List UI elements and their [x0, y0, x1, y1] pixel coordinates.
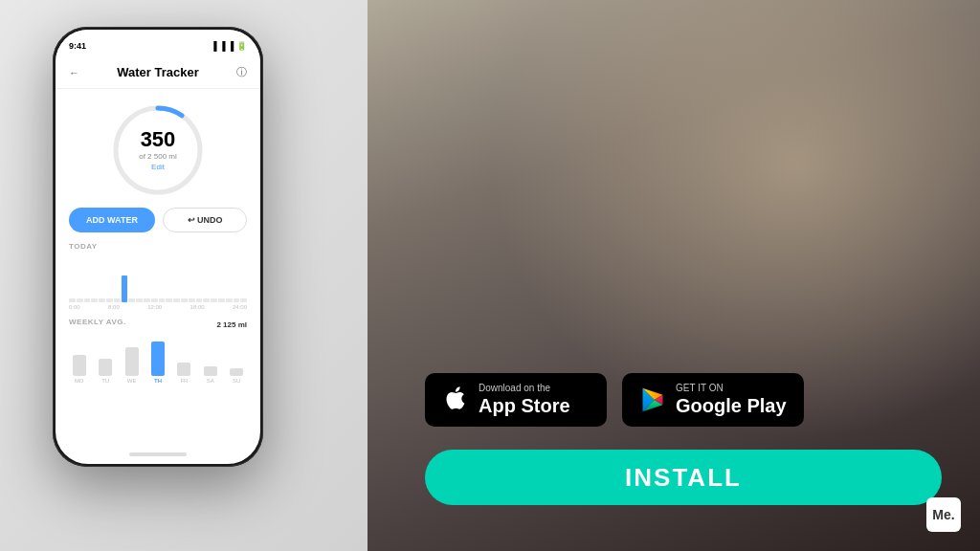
- bar-3: [91, 298, 98, 302]
- bar-0: [69, 298, 76, 302]
- time-8: 8:00: [108, 304, 120, 310]
- time-18: 18:00: [190, 304, 205, 310]
- water-amount: 350: [139, 129, 177, 150]
- app-store-button[interactable]: Download on the App Store: [425, 373, 607, 427]
- phone-time: 9:41: [69, 41, 86, 51]
- water-circle-text: 350 of 2 500 ml Edit: [139, 129, 177, 171]
- phone-info-button[interactable]: ⓘ: [236, 65, 247, 79]
- weekly-bar-tu: TU: [95, 359, 115, 384]
- bar-8: [128, 298, 135, 302]
- bar-17: [196, 298, 203, 302]
- bar-9: [136, 298, 143, 302]
- today-chart: [69, 256, 247, 302]
- me-logo: Me.: [926, 497, 961, 532]
- bar-22: [234, 298, 240, 302]
- today-label: TODAY: [69, 242, 247, 251]
- bar-1: [77, 298, 83, 302]
- phone-action-buttons: ADD WATER ↩ UNDO: [56, 208, 260, 242]
- google-play-text-main: Google Play: [676, 394, 787, 417]
- bar-fr: [177, 363, 190, 376]
- water-circle: 350 of 2 500 ml Edit: [110, 102, 206, 198]
- bar-19: [211, 298, 217, 302]
- phone-mockup: 9:41 ▐ ▐ ▐ 🔋 ← Water Tracker ⓘ 350: [53, 27, 263, 467]
- bar-13: [166, 298, 172, 302]
- app-store-text-top: Download on the: [479, 383, 570, 394]
- google-play-text-top: GET IT ON: [676, 383, 787, 394]
- time-labels: 0:00 8:00 12:00 18:00 24:00: [69, 304, 247, 310]
- bar-sa: [204, 366, 217, 376]
- weekly-bar-we: WE: [122, 347, 142, 384]
- weekly-bar-mo: MO: [69, 355, 89, 384]
- google-play-button[interactable]: GET IT ON Google Play: [622, 373, 804, 427]
- weekly-chart-section: WEEKLY AVG. 2 125 ml MO TU WE: [56, 318, 260, 391]
- bar-2: [84, 298, 91, 302]
- home-indicator: [129, 452, 187, 456]
- water-circle-container: 350 of 2 500 ml Edit: [56, 89, 260, 208]
- bar-th: [151, 342, 165, 376]
- phone-signals: ▐ ▐ ▐ 🔋: [211, 41, 247, 51]
- right-content: Download on the App Store: [368, 0, 980, 551]
- bar-23: [240, 298, 247, 302]
- today-chart-section: TODAY: [56, 242, 260, 318]
- water-total: of 2 500 ml: [139, 152, 177, 161]
- weekly-label: WEEKLY AVG.: [69, 318, 126, 326]
- app-store-text: Download on the App Store: [479, 383, 570, 417]
- weekly-bar-sa: SA: [200, 366, 220, 384]
- weekly-header: WEEKLY AVG. 2 125 ml: [69, 318, 247, 332]
- water-edit[interactable]: Edit: [139, 163, 177, 171]
- bar-16: [189, 298, 195, 302]
- apple-icon: [442, 385, 469, 416]
- time-12: 12:00: [147, 304, 162, 310]
- bar-10: [144, 298, 150, 302]
- weekly-bar-th: TH: [147, 342, 167, 384]
- time-0: 0:00: [69, 304, 80, 310]
- bar-20: [218, 298, 225, 302]
- bar-4: [99, 298, 105, 302]
- bar-15: [181, 298, 188, 302]
- phone-nav: ← Water Tracker ⓘ: [56, 56, 260, 89]
- undo-button[interactable]: ↩ UNDO: [163, 208, 247, 232]
- weekly-avg-value: 2 125 ml: [216, 320, 247, 329]
- weekly-chart: MO TU WE TH: [69, 338, 247, 384]
- bar-12: [159, 298, 166, 302]
- bar-18: [203, 298, 210, 302]
- add-water-button[interactable]: ADD WATER: [69, 208, 155, 232]
- install-button[interactable]: INSTALL: [425, 450, 942, 505]
- bar-su: [230, 368, 243, 376]
- bar-mo: [73, 355, 86, 376]
- google-play-text: GET IT ON Google Play: [676, 383, 787, 417]
- bar-11: [151, 298, 158, 302]
- app-store-text-main: App Store: [479, 394, 570, 417]
- time-24: 24:00: [233, 304, 247, 310]
- bar-6: [114, 298, 121, 302]
- bar-we: [125, 347, 139, 376]
- phone-back-button[interactable]: ←: [69, 67, 79, 78]
- bar-5: [106, 298, 113, 302]
- bar-tu: [99, 359, 112, 376]
- weekly-bar-su: SU: [227, 368, 247, 384]
- phone-nav-title: Water Tracker: [117, 65, 199, 79]
- bar-7: [122, 276, 128, 302]
- google-play-icon: [639, 386, 666, 413]
- bar-14: [173, 298, 180, 302]
- phone-status-bar: 9:41 ▐ ▐ ▐ 🔋: [56, 30, 260, 56]
- store-buttons: Download on the App Store: [425, 373, 804, 427]
- bar-21: [226, 298, 233, 302]
- weekly-bar-fr: FR: [174, 363, 194, 384]
